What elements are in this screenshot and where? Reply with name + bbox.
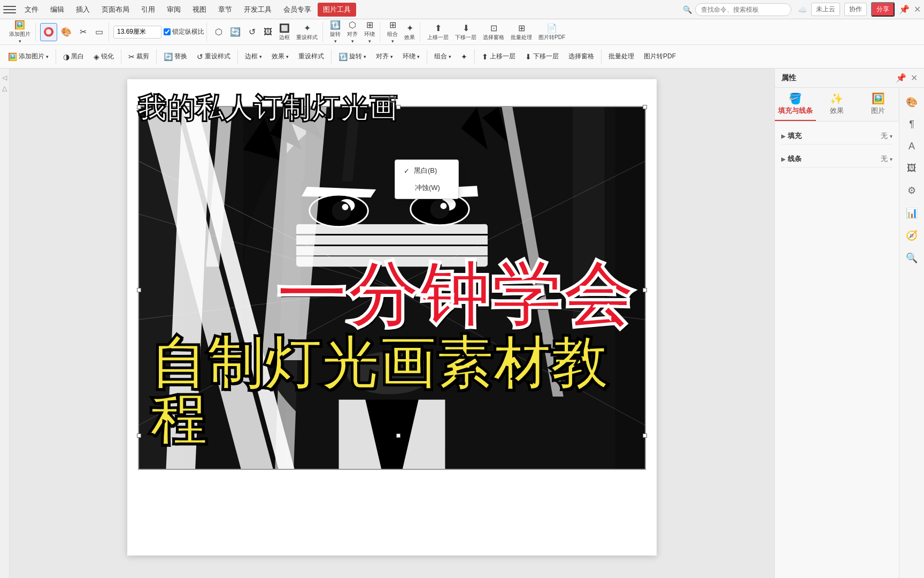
image-crop-btn[interactable]: ✂	[75, 23, 90, 41]
panel-close-icon[interactable]: ✕	[911, 73, 918, 83]
lock-ratio-checkbox[interactable]	[164, 28, 171, 35]
fill-expand-icon[interactable]: ▶	[781, 133, 786, 139]
menu-devtools[interactable]: 开发工具	[238, 3, 277, 17]
menu-file[interactable]: 文件	[19, 3, 44, 17]
lock-ratio-label[interactable]: 锁定纵横比	[164, 27, 204, 36]
effect-btn[interactable]: ✦ 效果	[402, 23, 418, 41]
menu-reference[interactable]: 引用	[136, 3, 160, 17]
image-replace-btn[interactable]: 🔄	[227, 23, 243, 41]
right-icon-2[interactable]: ¶	[907, 117, 917, 132]
surround2-btn[interactable]: 环绕 ▾	[399, 50, 424, 63]
down-layer-btn[interactable]: ⬇ 下移一层	[521, 50, 563, 63]
menu-insert[interactable]: 插入	[71, 3, 95, 17]
right-icon-5[interactable]: ⚙	[905, 182, 918, 199]
size-input[interactable]	[113, 26, 161, 39]
menu-pagelayout[interactable]: 页面布局	[96, 3, 135, 17]
up-layer-btn[interactable]: ⬆ 上移一层	[478, 50, 519, 63]
resize-handle-bl[interactable]	[137, 434, 141, 438]
cloud-button[interactable]: 未上云	[811, 3, 840, 16]
add-img2-btn[interactable]: 🖼️ 添加图片 ▾	[4, 50, 52, 63]
border2-btn[interactable]: 边框 ▾	[241, 50, 266, 63]
tab-effects[interactable]: ✨ 效果	[816, 88, 857, 121]
fill-section-header[interactable]: ▶ 填充 无 ▾	[781, 128, 892, 144]
line-section-header[interactable]: ▶ 线条 无 ▾	[781, 151, 892, 168]
right-icon-1[interactable]: 🎨	[904, 94, 920, 110]
hamburger-menu[interactable]	[3, 3, 16, 16]
image-style-highlight[interactable]: ⭕	[40, 23, 57, 41]
resize-handle-mr[interactable]	[643, 288, 647, 292]
resize-handle-br[interactable]	[643, 434, 647, 438]
resize-handle-tm[interactable]	[396, 105, 401, 109]
move-up-btn[interactable]: ⬆ 上移一层	[425, 23, 451, 41]
align-dropdown-icon[interactable]: ▾	[351, 39, 354, 44]
add-image-button[interactable]: 🖼️ 添加图片 ▾	[6, 23, 33, 41]
move-down-btn[interactable]: ⬇ 下移一层	[452, 23, 479, 41]
pdf2-btn[interactable]: 图片转PDF	[640, 50, 680, 63]
menu-view[interactable]: 视图	[187, 3, 212, 17]
collab-button[interactable]: 协作	[844, 3, 867, 16]
bw-btn[interactable]: ◑ 黑白	[59, 50, 88, 63]
tab-image[interactable]: 🖼️ 图片	[858, 88, 899, 121]
align2-btn[interactable]: 对齐 ▾	[372, 50, 397, 63]
right-icon-4[interactable]: 🖼	[905, 161, 919, 176]
panel-pin-icon[interactable]: 📌	[896, 73, 906, 83]
fill-dropdown-icon[interactable]: ▾	[890, 133, 892, 139]
dropdown-item-wash[interactable]: 冲蚀(W)	[395, 179, 458, 196]
right-icon-6[interactable]: 📊	[904, 205, 920, 221]
search-input[interactable]	[695, 3, 791, 16]
effect3-btn[interactable]: ✦	[457, 51, 471, 63]
reset2-btn[interactable]: ↺ 重设样式	[193, 50, 234, 63]
sharpen-btn[interactable]: ◈ 锐化	[90, 50, 118, 63]
menu-imgtools[interactable]: 图片工具	[318, 3, 356, 17]
transform-icon-btn[interactable]: ⬡	[211, 23, 226, 41]
left-sidebar-icon-2[interactable]: △	[2, 85, 7, 92]
resize-handle-bm[interactable]	[396, 434, 401, 438]
resize-handle-tl[interactable]	[137, 105, 141, 109]
menu-review[interactable]: 审阅	[161, 3, 186, 17]
surround-btn[interactable]: ⊞ 环绕 ▾	[361, 23, 378, 41]
group-dropdown-icon[interactable]: ▾	[391, 39, 394, 44]
batch-btn[interactable]: ⊞ 批量处理	[508, 23, 535, 41]
right-icon-8[interactable]: 🔍	[904, 250, 920, 266]
group2-btn[interactable]: 组合 ▾	[430, 50, 455, 63]
border-btn[interactable]: 🔲 边框	[276, 23, 292, 41]
line-dropdown-icon[interactable]: ▾	[890, 156, 892, 162]
surround-dropdown-icon[interactable]: ▾	[368, 39, 371, 44]
right-icon-7[interactable]: 🧭	[904, 227, 920, 244]
add-image-dropdown-icon[interactable]: ▾	[19, 39, 21, 44]
resize-handle-ml[interactable]	[137, 288, 141, 292]
tab-fill-stroke[interactable]: 🪣 填充与线条	[775, 88, 816, 121]
effect2-btn[interactable]: 效果 ▾	[268, 50, 292, 63]
style2-btn[interactable]: 重设样式	[295, 50, 328, 63]
image-reset-btn[interactable]: ↺	[244, 23, 259, 41]
img-pdf-btn[interactable]: 📄 图片转PDF	[536, 23, 568, 41]
align-btn[interactable]: ⬡ 对齐 ▾	[344, 23, 360, 41]
window-pin-icon[interactable]: 📌	[899, 4, 910, 14]
crop2-btn[interactable]: ✂ 裁剪	[125, 50, 153, 63]
right-icon-3[interactable]: A	[906, 139, 917, 154]
window-close-icon[interactable]: ✕	[914, 4, 921, 14]
image-effect-btn[interactable]: 🎨	[58, 23, 74, 41]
menu-vip[interactable]: 会员专享	[278, 3, 317, 17]
select-pane-btn[interactable]: ⊡ 选择窗格	[480, 23, 507, 41]
resize-handle-tr[interactable]	[643, 105, 647, 109]
menu-edit[interactable]: 编辑	[45, 3, 70, 17]
rotate2-btn[interactable]: 🔃 旋转 ▾	[335, 50, 370, 63]
group-btn[interactable]: ⊞ 组合 ▾	[384, 23, 401, 41]
line-expand-icon[interactable]: ▶	[781, 156, 786, 162]
menu-chapter[interactable]: 章节	[213, 3, 237, 17]
style-reset-btn[interactable]: ✦ 重设样式	[294, 23, 320, 41]
rotate-handle[interactable]	[388, 95, 396, 103]
left-sidebar-icon-1[interactable]: ◁	[2, 74, 7, 81]
manga-image[interactable]: 一分钟学会 自制灯光画素材教程	[138, 106, 646, 470]
image-frame-btn[interactable]: ▭	[91, 23, 106, 41]
rotate-dropdown-icon[interactable]: ▾	[334, 39, 337, 44]
dropdown-item-bw[interactable]: 黑白(B)	[395, 162, 458, 179]
image-adjust-btn[interactable]: 🖼	[260, 23, 275, 41]
share-button[interactable]: 分享	[871, 2, 895, 17]
batch2-btn[interactable]: 批量处理	[605, 50, 638, 63]
select-pane2-btn[interactable]: 选择窗格	[565, 50, 598, 63]
page-title: 我的私人订制灯光画	[138, 90, 398, 127]
replace2-btn[interactable]: 🔄 替换	[160, 50, 191, 63]
rotate-btn[interactable]: 🔃 旋转 ▾	[327, 23, 343, 41]
